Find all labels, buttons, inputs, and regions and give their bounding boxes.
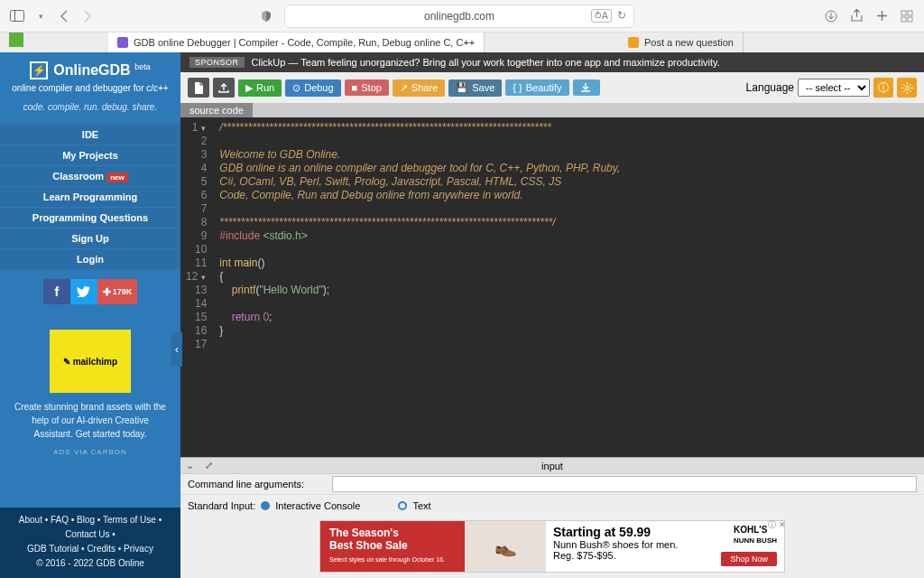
download-button[interactable] — [573, 79, 600, 96]
bolt-icon: ⚡ — [30, 61, 48, 79]
tagline: code. compile. run. debug. share. — [5, 102, 175, 112]
chevron-down-icon[interactable]: ⌄ — [180, 460, 199, 471]
code-editor[interactable]: 1▾23456789101112▾1314151617 /***********… — [180, 117, 924, 457]
editor-tabs: source code — [180, 103, 924, 117]
share-icon[interactable] — [848, 8, 864, 24]
stdin-label: Standard Input: — [188, 500, 255, 511]
logo-subtitle: online compiler and debugger for c/c++ — [5, 83, 175, 93]
new-tab-icon[interactable] — [873, 8, 890, 24]
sponsor-text: ClickUp — Team feeling unorganized? Brin… — [252, 57, 720, 68]
main-area: SPONSOR ClickUp — Team feeling unorganiz… — [180, 52, 924, 578]
debug-button[interactable]: ⊙ Debug — [285, 79, 340, 97]
sidebar: ⚡ OnlineGDB beta online compiler and deb… — [0, 52, 180, 578]
sidebar-footer: About • FAQ • Blog • Terms of Use • Cont… — [0, 508, 180, 578]
sidebar-item-signup[interactable]: Sign Up — [0, 228, 180, 249]
tab-overview-icon[interactable] — [899, 8, 915, 24]
settings-button[interactable] — [897, 78, 917, 98]
editor-tab-source[interactable]: source code — [180, 103, 253, 117]
reload-icon[interactable]: ↻ — [617, 9, 626, 23]
ad-shoe-image: 👞 — [465, 521, 546, 572]
extension-icon[interactable] — [9, 33, 23, 47]
carbon-ad-image[interactable]: ✎ mailchimp — [50, 330, 131, 393]
sidebar-item-login[interactable]: Login — [0, 249, 180, 270]
ad-cta-button[interactable]: Shop Now — [721, 552, 777, 566]
tab-onlinegdb[interactable]: GDB online Debugger | Compiler - Code, C… — [108, 33, 485, 52]
favicon-icon — [628, 37, 639, 48]
logo[interactable]: ⚡ OnlineGDB beta — [5, 61, 175, 79]
stdin-row: Standard Input: Interactive Console Text — [180, 494, 924, 517]
sidebar-toggle-icon[interactable] — [9, 8, 25, 24]
social-buttons: f ✚ 179K — [0, 270, 180, 313]
new-file-button[interactable] — [188, 78, 209, 98]
back-icon[interactable] — [56, 8, 72, 24]
addthis-button[interactable]: ✚ 179K — [97, 279, 138, 304]
toolbar: ▶ Run ⊙ Debug ■ Stop ↗ Share 💾 Save { } … — [180, 72, 924, 103]
run-button[interactable]: ▶ Run — [238, 79, 282, 97]
sidebar-nav: IDE My Projects Classroomnew Learn Progr… — [0, 125, 180, 270]
svg-rect-6 — [908, 17, 912, 22]
ad-banner[interactable]: The Season's Best Shoe Sale Select style… — [319, 520, 785, 573]
io-panel-header[interactable]: ⌄ ⤢ input — [180, 457, 924, 473]
sidebar-item-projects[interactable]: My Projects — [0, 145, 180, 166]
stop-button[interactable]: ■ Stop — [345, 79, 389, 96]
code-content[interactable]: /***************************************… — [212, 117, 627, 457]
dropdown-chevron-icon[interactable]: ▾ — [32, 8, 49, 24]
language-select[interactable]: -- select -- — [798, 79, 870, 97]
language-selector: Language -- select -- — [746, 79, 870, 97]
url-text: onlinegdb.com — [424, 10, 494, 23]
upload-file-button[interactable] — [213, 78, 235, 98]
facebook-button[interactable]: f — [43, 279, 70, 304]
mailchimp-logo: ✎ mailchimp — [63, 357, 117, 367]
download-icon[interactable] — [823, 8, 839, 24]
sponsor-bar[interactable]: SPONSOR ClickUp — Team feeling unorganiz… — [180, 52, 924, 72]
sidebar-item-learn[interactable]: Learn Programming — [0, 187, 180, 208]
svg-point-7 — [905, 86, 909, 89]
favicon-icon — [117, 37, 128, 48]
beautify-button[interactable]: { } Beautify — [505, 79, 568, 96]
line-gutter: 1▾23456789101112▾1314151617 — [180, 117, 212, 457]
forward-icon[interactable] — [79, 8, 96, 24]
share-button[interactable]: ↗ Share — [393, 79, 445, 97]
sidebar-item-questions[interactable]: Programming Questions — [0, 208, 180, 228]
address-bar[interactable]: onlinegdb.com ⥁A ↻ — [284, 5, 634, 28]
carbon-ad-attribution[interactable]: ADS VIA CARBON — [0, 448, 180, 456]
ad-right: KOHL'SNUNN BUSH Starting at 59.99 Nunn B… — [546, 521, 784, 572]
tab-post-question[interactable]: Post a new question — [619, 33, 744, 52]
cmd-args-label: Command line arguments: — [188, 479, 332, 489]
svg-rect-3 — [901, 11, 906, 15]
help-button[interactable]: ⓘ — [873, 78, 893, 98]
ad-left: The Season's Best Shoe Sale Select style… — [320, 521, 465, 572]
carbon-ad-text[interactable]: Create stunning brand assets with the he… — [0, 400, 180, 441]
svg-rect-0 — [11, 11, 24, 22]
sidebar-item-classroom[interactable]: Classroomnew — [0, 166, 180, 187]
save-button[interactable]: 💾 Save — [448, 79, 502, 97]
sponsor-tag: SPONSOR — [189, 57, 245, 68]
sidebar-item-ide[interactable]: IDE — [0, 125, 180, 145]
expand-icon[interactable]: ⤢ — [199, 460, 218, 471]
ad-info-icon[interactable]: ⓘ ✕ — [768, 519, 786, 531]
browser-toolbar: ▾ onlinegdb.com ⥁A ↻ — [0, 0, 924, 33]
shield-icon[interactable] — [260, 10, 273, 23]
tab-strip: GDB online Debugger | Compiler - Code, C… — [0, 33, 924, 52]
svg-rect-5 — [901, 17, 906, 22]
cmd-args-input[interactable] — [332, 476, 917, 492]
translate-icon[interactable]: ⥁A — [591, 9, 612, 23]
collapse-sidebar-button[interactable]: ‹ — [171, 332, 182, 367]
command-args-row: Command line arguments: — [180, 473, 924, 494]
radio-text[interactable] — [398, 501, 407, 510]
radio-interactive[interactable] — [261, 501, 270, 510]
twitter-button[interactable] — [70, 279, 97, 304]
svg-rect-4 — [908, 11, 912, 15]
